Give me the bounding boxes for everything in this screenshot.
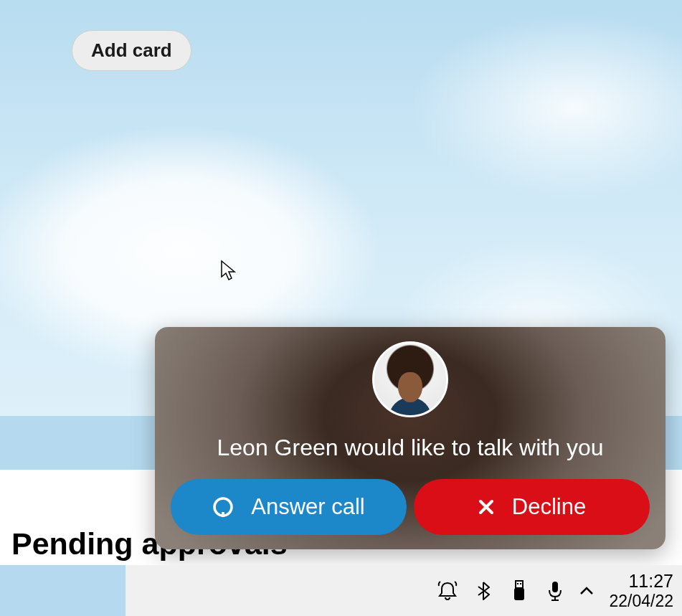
answer-call-button[interactable]: Answer call (171, 479, 407, 535)
svg-rect-6 (552, 582, 558, 592)
svg-rect-2 (516, 581, 523, 588)
svg-rect-3 (517, 583, 518, 584)
call-message: Leon Green would like to talk with you (155, 435, 666, 461)
close-icon (478, 498, 495, 516)
chevron-up-icon[interactable] (576, 576, 597, 606)
taskbar-clock[interactable]: 11:27 22/04/22 (603, 571, 673, 610)
usb-device-icon[interactable] (504, 576, 534, 606)
clock-date: 22/04/22 (609, 592, 673, 610)
add-card-button[interactable]: Add card (72, 30, 191, 71)
decline-call-label: Decline (512, 494, 586, 520)
notifications-icon[interactable] (432, 576, 463, 606)
bluetooth-icon[interactable] (468, 576, 498, 606)
answer-call-label: Answer call (251, 494, 365, 520)
microphone-icon[interactable] (540, 576, 570, 606)
svg-rect-5 (514, 588, 524, 600)
answer-icon (212, 496, 234, 518)
background-band-lower (0, 565, 125, 616)
taskbar: 11:27 22/04/22 (125, 565, 682, 616)
decline-call-button[interactable]: Decline (414, 479, 650, 535)
svg-rect-4 (520, 583, 521, 584)
caller-avatar (372, 341, 448, 417)
call-actions: Answer call Decline (155, 479, 666, 535)
incoming-call-notification: Leon Green would like to talk with you A… (155, 327, 666, 549)
svg-rect-1 (222, 512, 224, 517)
clock-time: 11:27 (609, 571, 673, 592)
